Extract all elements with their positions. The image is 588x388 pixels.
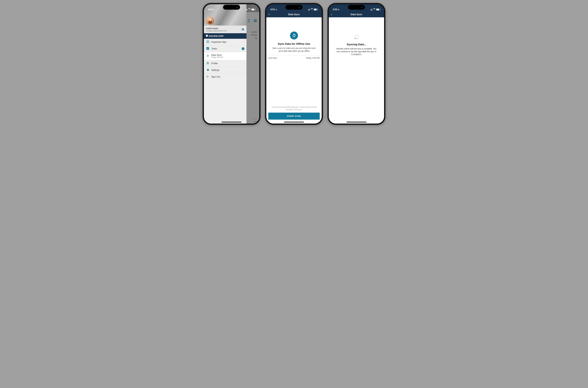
home-indicator[interactable] — [222, 122, 241, 122]
sidebar-item-sign-out[interactable]: Sign Out — [204, 73, 246, 80]
cellular-signal-icon — [370, 9, 372, 10]
location-arrow-icon: ➤ — [213, 8, 215, 11]
syncing-heading: Syncing Data... — [333, 43, 380, 46]
spinner-icon — [354, 34, 359, 40]
wifi-icon — [248, 8, 251, 11]
battery-icon: 77 — [314, 8, 318, 10]
status-time: 4:51 — [208, 8, 212, 11]
page-title: Data Sync — [351, 13, 362, 16]
sync-hero-description: Start a sync to make sure you are using … — [271, 47, 317, 52]
sidebar-menu-list: Inspection App › Tasks 1 Data Sync — [204, 39, 246, 80]
home-indicator[interactable] — [284, 122, 304, 122]
wifi-icon — [373, 8, 376, 11]
phone-frame-3: 4:52 ➤ 77 ‹ Data Sync — [327, 3, 386, 125]
svg-rect-11 — [208, 43, 209, 43]
svg-rect-8 — [208, 42, 209, 42]
svg-rect-4 — [207, 41, 208, 41]
brand-label: INSURECORP — [209, 35, 224, 37]
sidebar-item-label: Data Sync — [211, 54, 222, 56]
sidebar-item-data-sync[interactable]: Data Sync Today, 4:50 PM — [204, 52, 246, 60]
svg-rect-3 — [206, 41, 207, 41]
notch — [285, 5, 303, 10]
last-sync-value: Today, 4:50 PM — [306, 57, 320, 59]
last-sync-label: Last Sync — [268, 57, 277, 59]
phone-frame-1: 4:51 ➤ 77 maria.lopez hourglass.appianc — [202, 3, 261, 125]
svg-rect-7 — [207, 42, 208, 42]
notch — [223, 5, 240, 10]
sync-hero: Sync Data for Offline Use Start a sync t… — [266, 17, 322, 55]
hostname: hourglass.appiancloud.com — [206, 30, 227, 32]
ellipsis-icon: ••• — [251, 118, 259, 121]
sidebar-item-tasks[interactable]: Tasks 1 — [204, 46, 246, 52]
last-sync-row: Last Sync Today, 4:50 PM — [266, 55, 322, 60]
back-button[interactable]: ‹ — [331, 13, 332, 16]
person-icon — [206, 62, 209, 65]
chevron-right-icon: › — [244, 41, 244, 43]
obscured-text: routine — [248, 30, 257, 33]
back-button[interactable]: ‹ — [269, 13, 270, 16]
screen-1: 4:51 ➤ 77 maria.lopez hourglass.appianc — [204, 4, 259, 123]
sidebar-item-label: Profile — [211, 62, 218, 65]
status-time: 4:51 — [270, 8, 275, 11]
user-avatar[interactable] — [206, 17, 214, 25]
content-area: Sync Data for Offline Use Start a sync t… — [266, 17, 322, 123]
obscured-background-content: routine ot have an ••• More — [246, 12, 259, 123]
brand-row: INSURECORP — [204, 33, 246, 39]
screen-3: 4:52 ➤ 77 ‹ Data Sync — [329, 4, 384, 123]
phone-frame-2: 4:51 ➤ 77 ‹ Data Sync — [265, 3, 323, 125]
grid-icon — [206, 41, 209, 44]
page-title: Data Sync — [288, 13, 300, 16]
svg-rect-5 — [208, 41, 209, 41]
gear-icon — [206, 69, 209, 72]
sidebar-item-label: Inspection App — [211, 41, 226, 43]
sidebar-item-profile[interactable]: Profile — [204, 60, 246, 67]
screen-2: 4:51 ➤ 77 ‹ Data Sync — [266, 4, 322, 123]
battery-icon: 77 — [251, 8, 255, 10]
svg-point-14 — [207, 63, 208, 63]
content-area: Syncing Data... Remain online until the … — [329, 17, 384, 123]
user-row[interactable]: maria.lopez hourglass.appiancloud.com — [204, 25, 246, 33]
start-sync-button[interactable]: START SYNC — [268, 113, 320, 120]
svg-rect-6 — [206, 42, 207, 42]
syncing-description: Remain online until the sync is complete… — [333, 48, 380, 56]
cellular-signal-icon — [308, 9, 310, 10]
status-time: 4:52 — [333, 8, 337, 11]
svg-rect-10 — [207, 43, 208, 43]
title-bar: ‹ Data Sync — [329, 12, 384, 17]
share-icon[interactable] — [247, 19, 250, 24]
cellular-signal-icon — [245, 9, 248, 10]
location-arrow-icon: ➤ — [338, 8, 340, 11]
checkbox-icon — [206, 47, 209, 50]
username: maria.lopez — [206, 27, 227, 30]
tab-label: More — [251, 121, 259, 122]
sync-icon — [206, 54, 209, 58]
svg-rect-9 — [206, 43, 207, 43]
tasks-badge: 1 — [242, 47, 244, 50]
battery-icon: 77 — [376, 8, 380, 10]
group-icon[interactable] — [241, 28, 244, 31]
home-indicator[interactable] — [347, 122, 366, 122]
sync-hero-heading: Sync Data for Offline Use — [271, 42, 317, 46]
wifi-icon — [311, 8, 313, 11]
sidebar-item-label: Tasks — [211, 48, 217, 50]
shield-icon — [206, 35, 208, 37]
sidebar-item-subtitle: Today, 4:50 PM — [211, 56, 223, 58]
sidebar-item-inspection-app[interactable]: Inspection App › — [204, 39, 246, 46]
sign-out-icon — [206, 75, 209, 78]
location-arrow-icon: ➤ — [275, 8, 277, 11]
notch — [348, 5, 365, 10]
sidebar-drawer: maria.lopez hourglass.appiancloud.com IN… — [204, 4, 246, 123]
syncing-panel: Syncing Data... Remain online until the … — [329, 17, 384, 59]
footer-note: To ensure a successful data sync, remain… — [266, 106, 322, 113]
sync-circle-icon — [290, 31, 298, 40]
svg-point-2 — [242, 28, 243, 29]
sidebar-item-label: Settings — [211, 69, 219, 72]
obscured-text: ot have an — [248, 33, 257, 40]
sidebar-item-label: Sign Out — [211, 75, 220, 78]
print-icon[interactable] — [254, 19, 257, 24]
sidebar-item-settings[interactable]: Settings — [204, 67, 246, 73]
tab-more[interactable]: ••• More — [251, 117, 259, 123]
title-bar: ‹ Data Sync — [266, 12, 322, 17]
